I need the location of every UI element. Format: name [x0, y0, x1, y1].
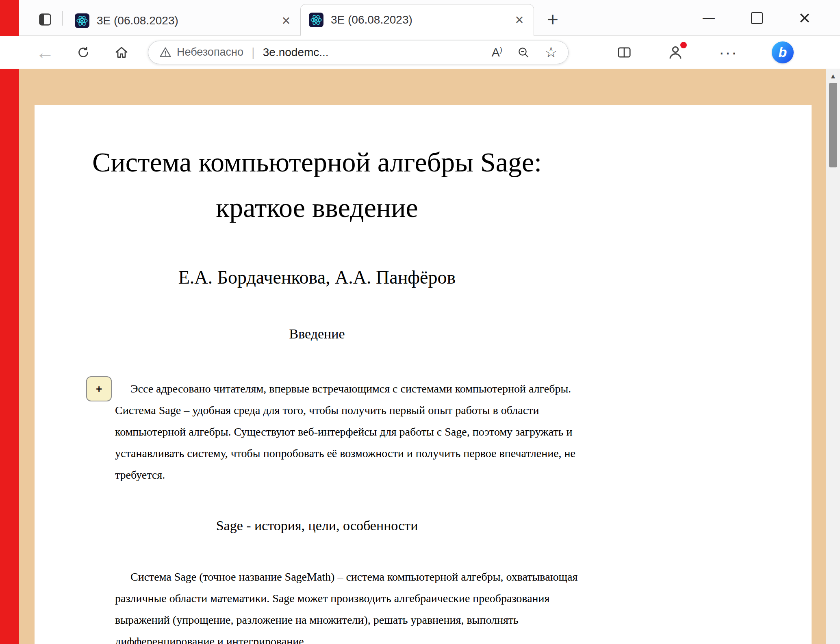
document-paper: Система компьютерной алгебры Sage: кратк…: [35, 105, 812, 644]
paragraph-line: компьютерной алгебры. Существуют веб-инт…: [115, 421, 564, 442]
toolbar-right-cluster: ··· b: [569, 41, 832, 63]
paragraph-line: Эссе адресовано читателям, впервые встре…: [115, 378, 564, 399]
split-screen-button[interactable]: [616, 45, 632, 60]
read-aloud-button[interactable]: A): [492, 46, 502, 59]
tab-actions-button[interactable]: [34, 9, 56, 30]
refresh-icon: [76, 45, 91, 60]
document-column: Система компьютерной алгебры Sage: кратк…: [65, 139, 569, 644]
tab-separator: [62, 11, 63, 26]
home-button[interactable]: [108, 39, 135, 66]
document-body: Система компьютерной алгебры Sage: кратк…: [35, 105, 812, 644]
section-heading-history: Sage - история, цели, особенности: [65, 516, 569, 535]
scrollbar-thumb[interactable]: [829, 83, 837, 167]
refresh-button[interactable]: [70, 39, 97, 66]
address-bar[interactable]: Небезопасно | 3e.nodemc... A) ☆: [148, 41, 569, 64]
security-label: Небезопасно: [177, 46, 243, 59]
section-heading-intro: Введение: [65, 325, 569, 343]
vertical-scrollbar[interactable]: ▲: [826, 69, 840, 644]
new-tab-button[interactable]: +: [542, 9, 563, 30]
zoom-out-button[interactable]: [517, 46, 530, 59]
browser-toolbar: ← Небезопасно | 3e.nodemc...: [0, 36, 840, 69]
left-red-stripe: [0, 69, 19, 644]
tab-title: 3E (06.08.2023): [331, 13, 504, 26]
expand-toggle-button[interactable]: +: [86, 376, 112, 401]
address-divider: |: [252, 46, 255, 59]
settings-more-button[interactable]: ···: [719, 48, 738, 56]
window-maximize-button[interactable]: [733, 0, 781, 36]
window-close-button[interactable]: ×: [781, 0, 829, 36]
tab-bar: 3E (06.08.2023) × 3E (06.08.2023) × + — …: [0, 0, 840, 36]
tab-active[interactable]: 3E (06.08.2023) ×: [300, 4, 534, 36]
intro-paragraph: Эссе адресовано читателям, впервые встре…: [115, 378, 564, 486]
tab-title: 3E (06.08.2023): [97, 14, 270, 27]
back-button[interactable]: ←: [32, 39, 59, 66]
paragraph-line: различные области математики. Sage может…: [115, 588, 564, 609]
bing-chat-button[interactable]: b: [772, 41, 794, 63]
tab-inactive[interactable]: 3E (06.08.2023) ×: [67, 6, 300, 35]
page-viewport: Система компьютерной алгебры Sage: кратк…: [0, 69, 840, 644]
tab-close-icon[interactable]: ×: [278, 12, 295, 29]
magnifier-minus-icon: [517, 46, 530, 59]
tab-layout-icon: [37, 12, 53, 27]
document-authors: Е.А. Бордаченкова, А.А. Панфёров: [65, 265, 569, 290]
paragraph-line: требуется.: [115, 464, 564, 486]
document-title-line1: Система компьютерной алгебры Sage:: [65, 139, 569, 185]
tab-close-icon[interactable]: ×: [511, 11, 528, 28]
paragraph-line: выражений (упрощение, разложение на множ…: [115, 609, 564, 631]
paragraph-line: Система Sage (точное название SageMath) …: [115, 566, 564, 588]
left-red-stripe-top: [0, 0, 19, 36]
profile-button[interactable]: [666, 43, 685, 62]
paragraph-line: Система Sage – удобная среда для того, ч…: [115, 399, 564, 421]
home-icon: [114, 45, 129, 60]
paragraph-line: дифференцирование и интегрирование,: [115, 631, 564, 644]
history-paragraph: Система Sage (точное название SageMath) …: [115, 566, 564, 644]
document-title: Система компьютерной алгебры Sage: кратк…: [65, 139, 569, 230]
url-text: 3e.nodemc...: [263, 46, 329, 59]
favorites-star-button[interactable]: ☆: [545, 44, 558, 61]
scrollbar-up-arrow[interactable]: ▲: [826, 69, 840, 84]
not-secure-warning-icon[interactable]: [159, 46, 172, 59]
window-controls: — ×: [685, 0, 829, 36]
split-screen-icon: [616, 45, 632, 60]
window-minimize-button[interactable]: —: [685, 0, 733, 36]
site-favicon-atom-icon: [75, 13, 89, 28]
back-arrow-icon: ←: [36, 41, 54, 63]
maximize-icon: [751, 12, 763, 24]
paragraph-line: устанавливать систему, чтобы попробовать…: [115, 442, 564, 464]
document-title-line2: краткое введение: [65, 185, 569, 230]
site-favicon-atom-icon: [309, 13, 323, 27]
notification-dot: [680, 42, 687, 48]
